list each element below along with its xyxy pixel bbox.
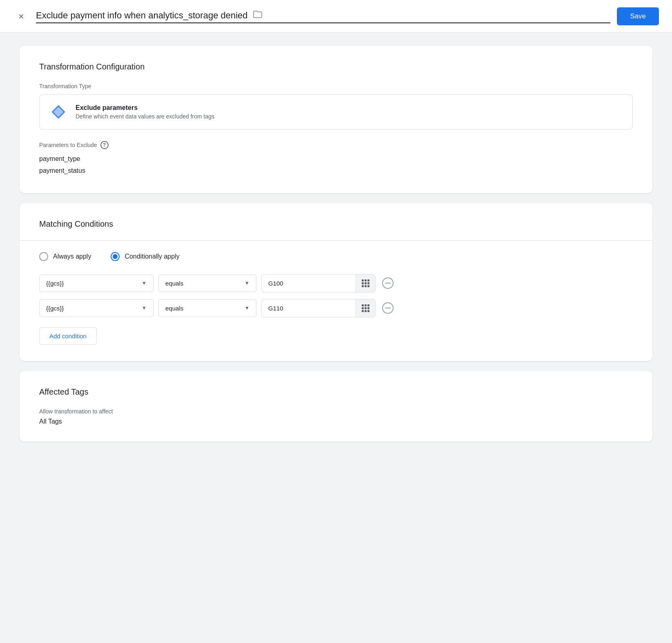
matching-conditions-card: Matching Conditions Always apply Conditi… (20, 203, 652, 361)
add-condition-button[interactable]: Add condition (39, 327, 97, 345)
transformation-config-card: Transformation Configuration Transformat… (20, 46, 652, 193)
affected-tags-title: Affected Tags (39, 387, 633, 397)
header-title-container: Exclude payment info when analytics_stor… (36, 9, 610, 23)
page-title: Exclude payment info when analytics_stor… (36, 10, 248, 21)
conditionally-apply-label: Conditionally apply (125, 253, 179, 260)
transformation-type-box: Exclude parameters Define which event da… (39, 94, 633, 129)
header: × Exclude payment info when analytics_st… (0, 0, 672, 33)
always-apply-radio[interactable] (39, 252, 48, 261)
remove-condition-button-1[interactable] (381, 301, 395, 315)
allow-transformation-label: Allow transformation to affect (39, 408, 633, 415)
condition-row-1: {{gcs}} ▼ equals ▼ (39, 299, 633, 317)
grid-icon-0 (362, 279, 369, 287)
diamond-icon (49, 103, 67, 121)
operator-value-0: equals (165, 280, 183, 287)
folder-icon (253, 9, 263, 22)
radio-group: Always apply Conditionally apply (39, 252, 633, 261)
value-input-1[interactable] (262, 300, 356, 317)
close-icon: × (18, 11, 24, 22)
conditionally-apply-radio[interactable] (111, 252, 120, 261)
main-content: Transformation Configuration Transformat… (0, 33, 672, 455)
variable-dropdown-0[interactable]: {{gcs}} ▼ (39, 275, 154, 292)
help-icon[interactable]: ? (100, 141, 109, 149)
operator-dropdown-1[interactable]: equals ▼ (158, 299, 256, 317)
transformation-type-text: Exclude parameters Define which event da… (76, 104, 214, 120)
type-desc: Define which event data values are exclu… (76, 113, 214, 120)
variable-dropdown-1[interactable]: {{gcs}} ▼ (39, 299, 154, 317)
svg-rect-1 (53, 107, 63, 117)
params-label-row: Parameters to Exclude ? (39, 141, 633, 149)
close-button[interactable]: × (13, 8, 29, 25)
grid-icon-button-0[interactable] (356, 275, 375, 292)
remove-dash-1 (385, 308, 391, 308)
divider (20, 240, 652, 241)
param-item-0: payment_type (39, 153, 633, 165)
remove-circle-1 (382, 302, 394, 314)
variable-value-1: {{gcs}} (46, 305, 64, 312)
remove-condition-button-0[interactable] (381, 276, 395, 290)
operator-dropdown-0[interactable]: equals ▼ (158, 275, 256, 292)
value-input-0[interactable] (262, 275, 356, 292)
remove-dash-0 (385, 283, 391, 284)
transformation-config-title: Transformation Configuration (39, 62, 633, 71)
chevron-down-icon-op-0: ▼ (245, 280, 249, 286)
type-name: Exclude parameters (76, 104, 214, 112)
grid-icon-1 (362, 304, 369, 312)
grid-icon-button-1[interactable] (356, 299, 375, 317)
value-input-group-0 (261, 274, 376, 292)
conditionally-apply-option[interactable]: Conditionally apply (111, 252, 179, 261)
always-apply-label: Always apply (53, 253, 91, 260)
save-button[interactable]: Save (617, 7, 659, 25)
chevron-down-icon-0: ▼ (142, 280, 147, 286)
always-apply-option[interactable]: Always apply (39, 252, 91, 261)
value-input-group-1 (261, 299, 376, 317)
chevron-down-icon-1: ▼ (142, 305, 147, 311)
variable-value-0: {{gcs}} (46, 280, 64, 287)
param-item-1: payment_status (39, 165, 633, 177)
affected-tags-card: Affected Tags Allow transformation to af… (20, 371, 652, 442)
params-to-exclude-label: Parameters to Exclude (39, 142, 97, 148)
remove-circle-0 (382, 277, 394, 289)
affected-tags-value: All Tags (39, 418, 633, 425)
transformation-type-label: Transformation Type (39, 83, 633, 89)
chevron-down-icon-op-1: ▼ (245, 305, 249, 311)
matching-conditions-title: Matching Conditions (39, 219, 633, 229)
condition-row-0: {{gcs}} ▼ equals ▼ (39, 274, 633, 292)
operator-value-1: equals (165, 305, 183, 312)
